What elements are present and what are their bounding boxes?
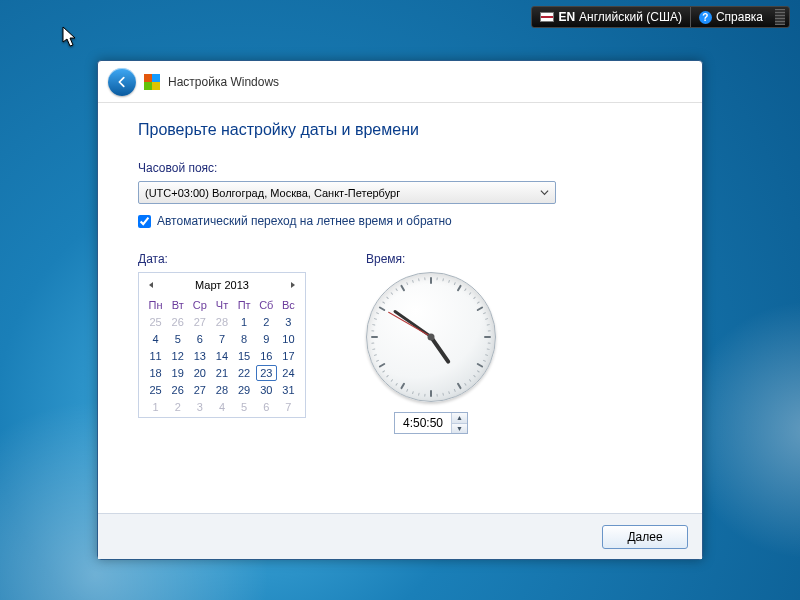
calendar-day[interactable]: 5 <box>167 331 188 347</box>
calendar-day[interactable]: 11 <box>145 348 166 364</box>
clock-tick <box>376 312 379 314</box>
page-heading: Проверьте настройку даты и времени <box>138 121 662 139</box>
calendar-day[interactable]: 17 <box>278 348 299 364</box>
calendar-day[interactable]: 12 <box>167 348 188 364</box>
clock-tick <box>418 393 420 396</box>
clock-tick <box>382 370 385 373</box>
calendar-day[interactable]: 24 <box>278 365 299 381</box>
clock-tick <box>400 382 405 389</box>
calendar-day[interactable]: 14 <box>211 348 232 364</box>
clock-tick <box>412 391 414 394</box>
grip-icon[interactable] <box>775 9 785 25</box>
calendar-day[interactable]: 29 <box>234 382 255 398</box>
clock-tick <box>454 389 456 392</box>
calendar-day[interactable]: 26 <box>167 382 188 398</box>
calendar-day[interactable]: 5 <box>234 399 255 415</box>
calendar-day[interactable]: 20 <box>189 365 210 381</box>
calendar-day[interactable]: 10 <box>278 331 299 347</box>
calendar-day[interactable]: 19 <box>167 365 188 381</box>
calendar-dow: Пн <box>145 297 166 313</box>
calendar-day[interactable]: 25 <box>145 382 166 398</box>
calendar: Март 2013 ПнВтСрЧтПтСбВс2526272812345678… <box>138 272 306 418</box>
time-spin-down[interactable]: ▼ <box>452 424 467 434</box>
triangle-right-icon <box>289 281 297 289</box>
dst-checkbox-row[interactable]: Автоматический переход на летнее время и… <box>138 214 662 228</box>
clock-tick <box>372 348 375 350</box>
triangle-left-icon <box>147 281 155 289</box>
calendar-day[interactable]: 27 <box>189 382 210 398</box>
arrow-left-icon <box>115 75 129 89</box>
calendar-day[interactable]: 15 <box>234 348 255 364</box>
calendar-day[interactable]: 3 <box>189 399 210 415</box>
calendar-dow: Вс <box>278 297 299 313</box>
clock-tick <box>464 288 467 291</box>
calendar-day[interactable]: 22 <box>234 365 255 381</box>
clock-tick <box>374 354 377 356</box>
clock-tick <box>485 318 488 320</box>
calendar-day[interactable]: 8 <box>234 331 255 347</box>
calendar-next-button[interactable] <box>287 279 299 291</box>
calendar-day[interactable]: 4 <box>211 399 232 415</box>
clock-tick <box>424 277 425 280</box>
calendar-dow: Ср <box>189 297 210 313</box>
calendar-day[interactable]: 4 <box>145 331 166 347</box>
calendar-day[interactable]: 9 <box>256 331 277 347</box>
clock-tick <box>473 296 476 299</box>
clock-tick <box>386 375 389 378</box>
language-indicator[interactable]: EN Английский (США) <box>532 7 689 27</box>
calendar-day[interactable]: 6 <box>189 331 210 347</box>
clock-tick <box>485 354 488 356</box>
calendar-day[interactable]: 18 <box>145 365 166 381</box>
calendar-day[interactable]: 2 <box>167 399 188 415</box>
clock-tick <box>448 391 450 394</box>
calendar-day[interactable]: 30 <box>256 382 277 398</box>
calendar-day[interactable]: 27 <box>189 314 210 330</box>
calendar-day[interactable]: 25 <box>145 314 166 330</box>
clock-tick <box>390 379 393 382</box>
chevron-down-icon <box>540 187 549 199</box>
clock-tick <box>406 389 408 392</box>
calendar-dow: Чт <box>211 297 232 313</box>
clock-tick <box>395 383 398 386</box>
calendar-day[interactable]: 16 <box>256 348 277 364</box>
clock-tick <box>448 280 450 283</box>
calendar-day[interactable]: 23 <box>256 365 277 381</box>
clock-tick <box>430 390 432 397</box>
calendar-day[interactable]: 28 <box>211 382 232 398</box>
dst-checkbox[interactable] <box>138 215 151 228</box>
calendar-prev-button[interactable] <box>145 279 157 291</box>
calendar-day[interactable]: 28 <box>211 314 232 330</box>
time-label: Время: <box>366 252 496 266</box>
calendar-day[interactable]: 31 <box>278 382 299 398</box>
time-spin-up[interactable]: ▲ <box>452 413 467 424</box>
flag-icon <box>540 12 554 22</box>
help-button[interactable]: ? Справка <box>690 7 771 27</box>
calendar-day[interactable]: 7 <box>278 399 299 415</box>
clock-tick <box>372 324 375 326</box>
timezone-select[interactable]: (UTC+03:00) Волгоград, Москва, Санкт-Пет… <box>138 181 556 204</box>
clock-tick <box>379 306 386 311</box>
clock-tick <box>374 318 377 320</box>
calendar-day[interactable]: 2 <box>256 314 277 330</box>
calendar-month-title[interactable]: Март 2013 <box>157 279 287 291</box>
window-title: Настройка Windows <box>168 75 279 89</box>
calendar-day[interactable]: 1 <box>234 314 255 330</box>
clock-tick <box>487 348 490 350</box>
calendar-day[interactable]: 21 <box>211 365 232 381</box>
timezone-label: Часовой пояс: <box>138 161 662 175</box>
window-footer: Далее <box>98 513 702 559</box>
calendar-day[interactable]: 13 <box>189 348 210 364</box>
time-input[interactable] <box>395 413 451 433</box>
clock-tick <box>376 360 379 362</box>
calendar-day[interactable]: 1 <box>145 399 166 415</box>
calendar-day[interactable]: 6 <box>256 399 277 415</box>
next-button[interactable]: Далее <box>602 525 688 549</box>
clock-tick <box>424 394 425 397</box>
back-button[interactable] <box>108 68 136 96</box>
calendar-day[interactable]: 3 <box>278 314 299 330</box>
time-field[interactable]: ▲ ▼ <box>394 412 468 434</box>
calendar-day[interactable]: 7 <box>211 331 232 347</box>
calendar-day[interactable]: 26 <box>167 314 188 330</box>
clock-tick <box>457 382 462 389</box>
clock-tick <box>390 292 393 295</box>
